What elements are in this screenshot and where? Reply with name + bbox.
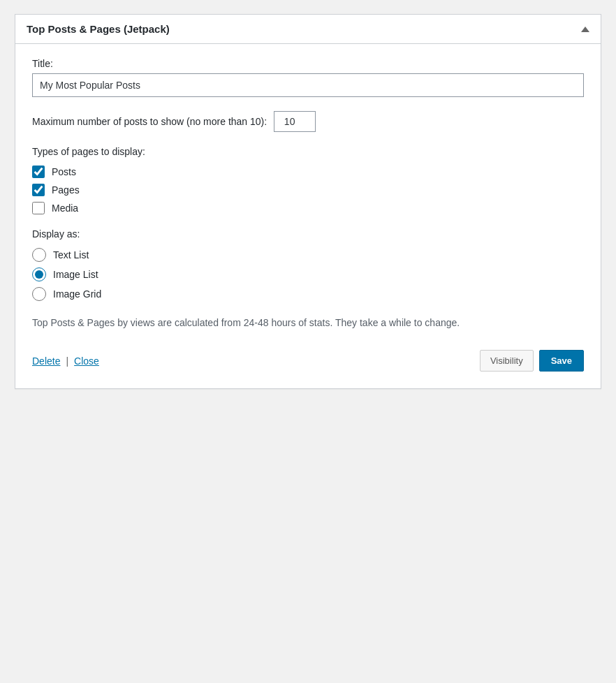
widget-title: Top Posts & Pages (Jetpack)	[27, 23, 170, 35]
widget-body: Title: Maximum number of posts to show (…	[15, 44, 601, 388]
checkbox-media-input[interactable]	[32, 202, 45, 214]
footer-buttons: Visibility Save	[480, 350, 584, 372]
save-button[interactable]: Save	[539, 350, 584, 372]
checkbox-pages-label: Pages	[52, 184, 80, 196]
widget-panel: Top Posts & Pages (Jetpack) Title: Maxim…	[15, 14, 601, 389]
radio-group: Text List Image List Image Grid	[32, 248, 584, 301]
widget-header: Top Posts & Pages (Jetpack)	[15, 15, 601, 44]
radio-image-list-label: Image List	[53, 269, 98, 280]
display-as-group: Display as: Text List Image List Image G…	[32, 228, 584, 301]
radio-image-list[interactable]: Image List	[32, 267, 584, 281]
checkbox-pages[interactable]: Pages	[32, 184, 584, 196]
checkbox-posts[interactable]: Posts	[32, 166, 584, 178]
checkbox-media-label: Media	[52, 203, 78, 214]
title-label: Title:	[32, 58, 584, 69]
radio-image-grid[interactable]: Image Grid	[32, 287, 584, 301]
checkbox-pages-input[interactable]	[32, 184, 45, 196]
radio-text-list-input[interactable]	[32, 248, 46, 262]
radio-text-list[interactable]: Text List	[32, 248, 584, 262]
title-input[interactable]	[32, 73, 584, 97]
max-posts-row: Maximum number of posts to show (no more…	[32, 111, 584, 132]
checkbox-posts-input[interactable]	[32, 166, 45, 178]
checkbox-media[interactable]: Media	[32, 202, 584, 214]
page-types-group: Types of pages to display: Posts Pages M…	[32, 146, 584, 214]
radio-image-list-input[interactable]	[32, 267, 46, 281]
title-group: Title:	[32, 58, 584, 97]
footer-separator: |	[66, 355, 68, 367]
radio-image-grid-label: Image Grid	[53, 288, 101, 300]
radio-text-list-label: Text List	[53, 249, 89, 260]
widget-footer: Delete | Close Visibility Save	[32, 347, 584, 372]
display-as-label: Display as:	[32, 228, 584, 240]
checkbox-posts-label: Posts	[52, 166, 76, 177]
close-link[interactable]: Close	[74, 355, 99, 367]
info-text: Top Posts & Pages by views are calculate…	[32, 315, 584, 330]
checkbox-group: Posts Pages Media	[32, 166, 584, 214]
page-types-label: Types of pages to display:	[32, 146, 584, 157]
collapse-icon[interactable]	[581, 27, 589, 32]
footer-links: Delete | Close	[32, 355, 99, 367]
radio-image-grid-input[interactable]	[32, 287, 46, 301]
max-posts-label: Maximum number of posts to show (no more…	[32, 116, 267, 127]
max-posts-input[interactable]	[274, 111, 316, 132]
visibility-button[interactable]: Visibility	[480, 350, 534, 372]
delete-link[interactable]: Delete	[32, 355, 60, 367]
